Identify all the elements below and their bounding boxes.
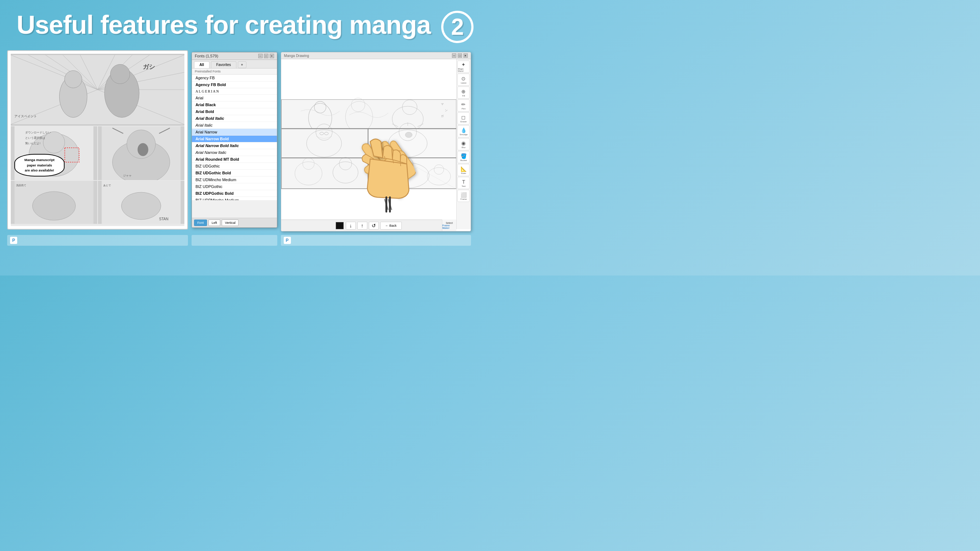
svg-point-22: [43, 132, 65, 153]
fill-label: Fill: [462, 95, 465, 97]
text-tool[interactable]: T Text: [457, 177, 469, 189]
ruler-label: Ruler: [461, 172, 466, 174]
close-button[interactable]: ✕: [270, 54, 274, 58]
smudge-tool[interactable]: 💧 Smudge: [457, 125, 469, 137]
eraser-tool[interactable]: ◻ Eraser: [457, 112, 469, 124]
right-pixiv-icon: P: [284, 237, 291, 244]
bottom-right-tools: Select Frame Maker: [442, 220, 456, 231]
lasso-tool[interactable]: ⊙ Lasso: [457, 73, 469, 86]
svg-point-30: [137, 143, 148, 156]
right-status-bar: P: [281, 235, 471, 246]
font-item-arial-narrow[interactable]: Arial Narrow: [192, 129, 277, 135]
minimize-button[interactable]: ─: [258, 54, 262, 58]
font-item[interactable]: ALGERIAN: [192, 88, 277, 95]
tab-all[interactable]: All: [194, 61, 210, 68]
right-minimize-btn[interactable]: ─: [452, 53, 456, 58]
manga-cell-mid-left: ダウンロードしない という選択肢は 無いんだよ! Manga manuscrip…: [11, 126, 97, 180]
font-item[interactable]: BIZ UDMincho Medium: [192, 177, 277, 183]
lasso-icon: ⊙: [461, 76, 466, 81]
font-item[interactable]: Arial Bold Italic: [192, 115, 277, 122]
font-section-label: Preinstalled Fonts: [192, 68, 277, 75]
right-toolbar: ✦ Magic Wand ⊙ Lasso ⊕ Fill ✏ Pen ◻ Er: [456, 59, 471, 229]
canvas-container[interactable]: マ ン ガ: [281, 59, 456, 229]
magic-wand-icon: ✦: [461, 62, 466, 67]
svg-text:マ: マ: [441, 103, 444, 106]
frame-maker-btn[interactable]: Frame Maker: [442, 224, 456, 229]
blur-label: Blur: [462, 147, 466, 148]
select-btn[interactable]: Select: [446, 222, 453, 224]
toolbar-font-btn[interactable]: Font: [194, 220, 207, 226]
font-item[interactable]: Arial Black: [192, 102, 277, 108]
bubble-line3: are also available!: [25, 168, 54, 172]
fill-tool[interactable]: ⊕ Fill: [457, 86, 469, 99]
titlebar-controls: ─ □ ✕: [258, 54, 274, 58]
dialog-title: Fonts (1,579): [195, 54, 218, 58]
font-item[interactable]: Arial Bold: [192, 108, 277, 115]
bottom-tool-buttons: ↓ ↑ ↺ ← Back: [346, 222, 402, 229]
circle-number: 2: [441, 11, 474, 43]
right-restore-btn[interactable]: □: [458, 53, 462, 58]
bubble-line2: paper materials: [27, 163, 52, 167]
svg-point-15: [65, 71, 82, 88]
fill-icon: ⊕: [461, 89, 466, 94]
blur-tool[interactable]: ◉ Blur: [457, 138, 469, 150]
svg-text:あとで: あとで: [103, 184, 111, 187]
text-label: Text: [462, 185, 466, 187]
font-item[interactable]: BIZ UDPGothic: [192, 183, 277, 190]
svg-rect-43: [282, 100, 456, 128]
magic-wand-tool[interactable]: ✦ Magic Wand: [457, 61, 469, 73]
font-list[interactable]: Agency FB Agency FB Bold ALGERIAN Arial …: [192, 75, 277, 200]
bottom-status-area: P P: [0, 235, 490, 246]
bottom-btn-undo[interactable]: ↺: [369, 222, 379, 229]
frame-icon: ⬜: [461, 192, 467, 197]
font-tabs: All Favorites +: [192, 60, 277, 68]
bottom-btn-left[interactable]: ← Back: [380, 222, 402, 229]
panels-container: ガシ アイスペイント ダウンロードしない という選択肢は 無いんだよ!: [0, 50, 490, 233]
manga-cell-mid-right: ジャャ: [98, 126, 185, 180]
toolbar-vertical-btn[interactable]: Vertical: [222, 220, 239, 226]
frame-label: Frame: [461, 198, 467, 200]
right-canvas-area: マ ン ガ: [281, 59, 471, 229]
font-item[interactable]: Arial Narrow Bold Italic: [192, 142, 277, 149]
font-item[interactable]: Agency FB Bold: [192, 81, 277, 88]
bucket-tool[interactable]: 🪣 Bucket: [457, 151, 469, 163]
font-item[interactable]: BIZ UDGothic Bold: [192, 170, 277, 177]
middle-status-bar: [192, 235, 277, 246]
tab-favorites[interactable]: Favorites: [211, 61, 236, 68]
lasso-label: Lasso: [461, 82, 466, 84]
font-item[interactable]: Arial Italic: [192, 122, 277, 129]
font-bottom-toolbar: Font Left Vertical: [192, 218, 277, 228]
tab-add[interactable]: +: [238, 61, 247, 68]
svg-text:アイスペイント: アイスペイント: [14, 115, 37, 118]
font-dialog: Fonts (1,579) ─ □ ✕ All Favorites + Prei…: [192, 52, 277, 228]
left-pixiv-icon: P: [10, 237, 17, 244]
left-status-bar: P: [7, 235, 188, 246]
toolbar-left-btn[interactable]: Left: [208, 220, 220, 226]
font-item-arial-narrow-bold[interactable]: Arial Narrow Bold: [192, 135, 277, 142]
font-item[interactable]: Agency FB: [192, 75, 277, 81]
eraser-icon: ◻: [461, 115, 466, 120]
ruler-tool[interactable]: 📐 Ruler: [457, 164, 469, 176]
svg-rect-68: [282, 158, 368, 188]
blur-icon: ◉: [461, 140, 466, 146]
bottom-btn-up[interactable]: ↑: [357, 222, 368, 229]
font-item[interactable]: BIZ UDPGothic Bold: [192, 190, 277, 197]
bucket-icon: 🪣: [461, 153, 467, 159]
pen-tool[interactable]: ✏ Pen: [457, 99, 469, 111]
color-swatch[interactable]: [336, 222, 344, 229]
font-item[interactable]: Arial Narrow Italic: [192, 149, 277, 156]
manga-speech-bubble: Manga manuscript paper materials are als…: [14, 154, 65, 177]
restore-button[interactable]: □: [264, 54, 268, 58]
svg-text:ン: ン: [444, 109, 447, 112]
bottom-btn-down[interactable]: ↓: [346, 222, 356, 229]
font-item[interactable]: BIZ UDPMincho Medium: [192, 197, 277, 200]
right-close-btn[interactable]: ✕: [463, 53, 468, 58]
svg-point-39: [121, 192, 161, 220]
font-item[interactable]: BIZ UDGothic: [192, 163, 277, 170]
left-panel: ガシ アイスペイント ダウンロードしない という選択肢は 無いんだよ!: [7, 50, 188, 229]
frame-tool[interactable]: ⬜ Frame: [457, 190, 469, 202]
font-item[interactable]: Arial: [192, 95, 277, 102]
font-item[interactable]: Arial Rounded MT Bold: [192, 156, 277, 163]
svg-point-36: [32, 191, 75, 220]
right-bottom-bar: ↓ ↑ ↺ ← Back Select Frame Maker: [281, 220, 456, 231]
